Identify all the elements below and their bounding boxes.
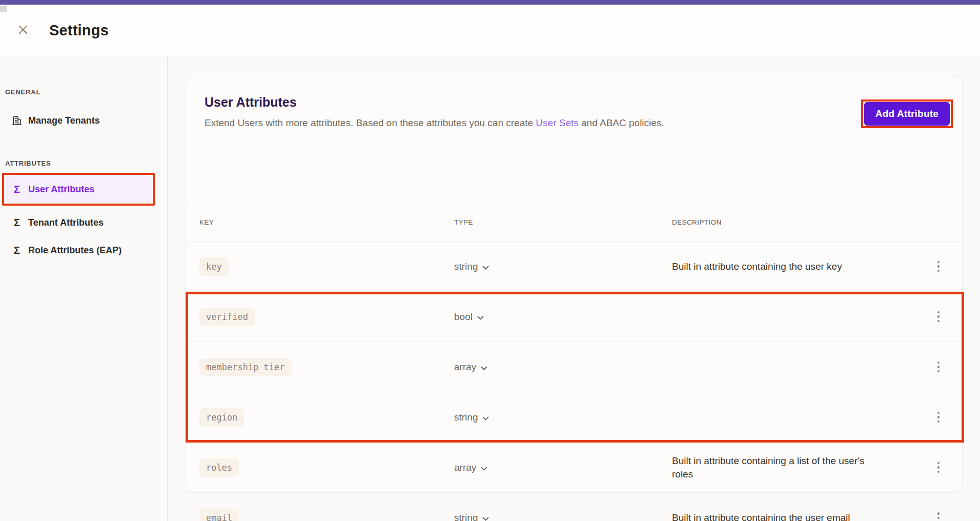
kebab-menu-icon[interactable] [931, 356, 946, 378]
type-dropdown[interactable]: string [454, 512, 489, 521]
type-dropdown[interactable]: array [454, 362, 487, 373]
kebab-menu-icon[interactable] [931, 456, 946, 479]
type-dropdown[interactable]: array [454, 462, 487, 473]
kebab-menu-icon[interactable] [931, 406, 946, 429]
column-header-description: DESCRIPTION [672, 218, 931, 226]
table-row: email string Built in attribute containi… [186, 493, 962, 521]
attribute-table-body: key string Built in attribute containing… [186, 242, 962, 521]
corner-artifact [0, 6, 7, 12]
user-attributes-card: User Attributes Extend Users with more a… [186, 76, 963, 491]
type-cell: bool [454, 311, 672, 323]
attribute-description: Built in attribute containing the user e… [672, 511, 867, 521]
settings-header: Settings [0, 5, 980, 56]
attribute-table-header: KEY TYPE DESCRIPTION [186, 203, 962, 242]
chevron-down-icon [481, 462, 487, 473]
actions-cell [931, 406, 962, 429]
card-title: User Attributes [205, 95, 944, 110]
settings-sidebar: GENERAL Manage Tenants ATTRIBUTES Σ User… [0, 56, 168, 521]
sidebar-item-user-attributes[interactable]: Σ User Attributes [5, 175, 152, 203]
key-cell: roles [199, 458, 454, 477]
attribute-key-chip: email [199, 509, 239, 521]
main-content: User Attributes Extend Users with more a… [168, 56, 980, 521]
table-row: region string [186, 392, 962, 443]
sigma-icon: Σ [11, 184, 23, 194]
building-icon [11, 115, 23, 126]
sidebar-item-role-attributes[interactable]: Σ Role Attributes (EAP) [5, 238, 152, 263]
attribute-key-chip: region [199, 408, 244, 427]
attribute-description: Built in attribute containing a list of … [672, 454, 867, 480]
kebab-menu-icon[interactable] [931, 306, 946, 328]
attribute-type-value: string [454, 261, 478, 272]
settings-page: Settings GENERAL Manage Tenants ATTRIBUT… [0, 0, 980, 521]
kebab-menu-icon[interactable] [931, 255, 946, 278]
key-cell: email [199, 509, 454, 521]
chevron-down-icon [482, 412, 489, 423]
actions-cell [931, 456, 962, 479]
sidebar-item-label: User Attributes [28, 184, 94, 195]
attribute-type-value: array [454, 362, 476, 373]
key-cell: region [199, 408, 454, 427]
key-cell: verified [199, 308, 454, 326]
attribute-type-value: string [454, 512, 478, 521]
attribute-key-chip: key [199, 257, 229, 276]
kebab-menu-icon[interactable] [931, 507, 946, 521]
attribute-table: KEY TYPE DESCRIPTION key string [186, 203, 962, 521]
close-button[interactable] [15, 23, 31, 38]
key-cell: membership_tier [199, 358, 454, 376]
actions-cell [931, 306, 962, 328]
actions-cell [931, 255, 962, 278]
top-accent-bar [0, 0, 980, 5]
card-header: User Attributes Extend Users with more a… [186, 76, 962, 129]
page-title: Settings [49, 22, 109, 39]
card-description: Extend Users with more attributes. Based… [205, 117, 944, 129]
actions-cell [931, 356, 962, 378]
sigma-icon: Σ [11, 245, 23, 255]
chevron-down-icon [481, 362, 487, 373]
description-text: Extend Users with more attributes. Based… [205, 117, 536, 128]
table-row: key string Built in attribute containing… [186, 242, 962, 292]
attribute-type-value: bool [454, 311, 473, 323]
actions-cell [931, 507, 962, 521]
sidebar-item-label: Manage Tenants [28, 115, 100, 126]
attribute-key-chip: roles [199, 458, 239, 477]
key-cell: key [199, 257, 454, 276]
column-header-key: KEY [199, 218, 454, 226]
sidebar-item-tenant-attributes[interactable]: Σ Tenant Attributes [5, 210, 152, 235]
description-text: and ABAC policies. [579, 117, 664, 128]
table-row: membership_tier array [186, 342, 962, 392]
type-dropdown[interactable]: string [454, 412, 489, 423]
type-cell: string [454, 261, 672, 272]
sidebar-section-attributes: ATTRIBUTES [5, 159, 167, 167]
user-sets-link[interactable]: User Sets [536, 117, 578, 128]
sidebar-item-manage-tenants[interactable]: Manage Tenants [5, 108, 152, 133]
attribute-description: Built in attribute containing the user k… [672, 260, 867, 273]
chevron-down-icon [482, 512, 489, 521]
table-row: roles array Built in attribute containin… [186, 443, 962, 493]
add-attribute-wrap: Add Attribute [864, 102, 950, 126]
column-header-type: TYPE [454, 218, 672, 226]
sidebar-item-label: Tenant Attributes [28, 217, 104, 228]
chevron-down-icon [477, 311, 484, 323]
type-dropdown[interactable]: string [454, 261, 489, 272]
table-row: verified bool [186, 292, 962, 342]
sidebar-item-label: Role Attributes (EAP) [28, 245, 121, 256]
type-cell: array [454, 362, 672, 373]
sigma-icon: Σ [11, 217, 23, 228]
type-dropdown[interactable]: bool [454, 311, 484, 323]
attribute-key-chip: verified [199, 308, 255, 326]
chevron-down-icon [482, 261, 489, 272]
type-cell: array [454, 462, 672, 473]
attribute-type-value: string [454, 412, 478, 423]
sidebar-section-general: GENERAL [5, 88, 167, 96]
add-attribute-button[interactable]: Add Attribute [864, 102, 950, 126]
close-icon [17, 24, 29, 37]
attribute-key-chip: membership_tier [199, 358, 292, 376]
attribute-type-value: array [454, 462, 476, 473]
type-cell: string [454, 412, 672, 423]
type-cell: string [454, 512, 672, 521]
